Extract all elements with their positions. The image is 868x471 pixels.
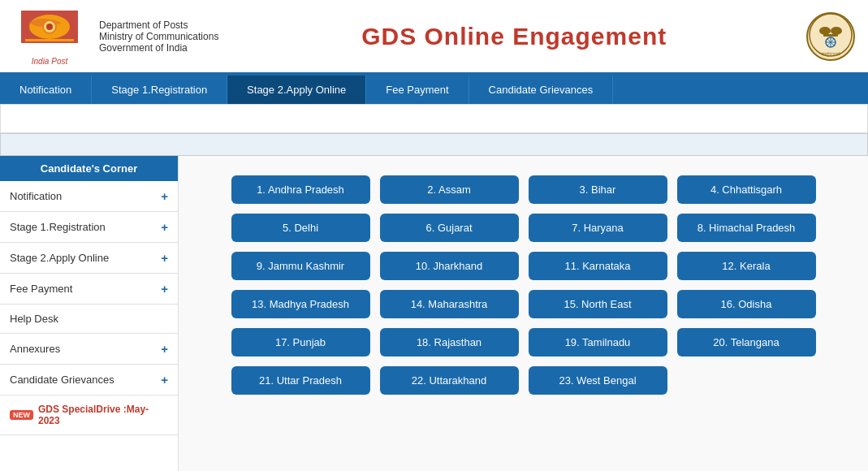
state-button-6[interactable]: 6. Gujarat <box>380 214 519 242</box>
sidebar-header: Candidate's Corner <box>0 156 178 181</box>
nav-grievances[interactable]: Candidate Grievances <box>469 76 614 104</box>
sidebar-item-fee[interactable]: Fee Payment + <box>0 274 178 305</box>
nav-stage1[interactable]: Stage 1.Registration <box>92 76 227 104</box>
special-drive-label: GDS SpecialDrive :May-2023 <box>38 404 168 426</box>
state-button-4[interactable]: 4. Chhattisgarh <box>677 175 816 204</box>
sidebar-item-helpdesk[interactable]: Help Desk <box>0 305 178 334</box>
page-header: India Post Department of Posts Ministry … <box>0 0 868 76</box>
svg-point-8 <box>831 27 842 35</box>
state-button-23[interactable]: 23. West Bengal <box>529 366 667 395</box>
main-content: 1. Andhra Pradesh2. Assam3. Bihar4. Chha… <box>179 156 868 471</box>
state-button-7[interactable]: 7. Haryana <box>529 214 667 242</box>
state-button-11[interactable]: 11. Karnataka <box>529 252 667 280</box>
svg-point-7 <box>819 27 831 35</box>
ashoka-icon: सत्यमेव जयते <box>809 13 853 57</box>
dept-line3: Government of India <box>99 42 218 54</box>
sidebar-item-annexures[interactable]: Annexures + <box>0 334 178 365</box>
state-button-22[interactable]: 22. Uttarakhand <box>380 366 519 395</box>
post-logo-icon <box>17 6 82 55</box>
sidebar-item-notification[interactable]: Notification + <box>0 181 178 212</box>
svg-point-4 <box>46 24 53 30</box>
subheader-bar2 <box>0 133 868 156</box>
state-button-15[interactable]: 15. North East <box>529 290 667 318</box>
state-button-1[interactable]: 1. Andhra Pradesh <box>231 175 370 204</box>
subheader-bar <box>0 104 868 133</box>
main-navbar: Notification Stage 1.Registration Stage … <box>0 76 868 104</box>
nav-fee[interactable]: Fee Payment <box>366 76 469 104</box>
nav-stage2[interactable]: Stage 2.Apply Online <box>227 76 366 104</box>
plus-icon: + <box>161 220 168 234</box>
state-button-14[interactable]: 14. Maharashtra <box>380 290 519 318</box>
sidebar: Candidate's Corner Notification + Stage … <box>0 156 179 471</box>
nav-notification[interactable]: Notification <box>0 76 92 104</box>
state-button-9[interactable]: 9. Jammu Kashmir <box>231 252 370 280</box>
plus-icon: + <box>161 342 168 356</box>
state-button-5[interactable]: 5. Delhi <box>231 214 370 242</box>
state-button-10[interactable]: 10. Jharkhand <box>380 252 519 280</box>
states-grid: 1. Andhra Pradesh2. Assam3. Bihar4. Chha… <box>231 175 816 395</box>
sidebar-item-stage1[interactable]: Stage 1.Registration + <box>0 212 178 243</box>
page-title: GDS Online Engagement <box>361 23 667 50</box>
state-button-8[interactable]: 8. Himachal Pradesh <box>677 214 816 242</box>
state-button-18[interactable]: 18. Rajasthan <box>380 328 519 356</box>
plus-icon: + <box>161 282 168 296</box>
dept-line1: Department of Posts <box>99 19 218 31</box>
india-post-logo: India Post <box>13 6 86 66</box>
state-button-17[interactable]: 17. Punjab <box>231 328 370 356</box>
svg-text:सत्यमेव जयते: सत्यमेव जयते <box>820 51 840 56</box>
state-button-21[interactable]: 21. Uttar Pradesh <box>231 366 370 395</box>
svg-rect-5 <box>25 39 74 41</box>
dept-line2: Ministry of Communications <box>99 31 218 42</box>
plus-icon: + <box>161 373 168 387</box>
state-button-2[interactable]: 2. Assam <box>380 175 519 204</box>
sidebar-item-grievances[interactable]: Candidate Grievances + <box>0 365 178 395</box>
plus-icon: + <box>161 251 168 265</box>
state-button-19[interactable]: 19. Tamilnadu <box>529 328 667 356</box>
state-button-3[interactable]: 3. Bihar <box>529 175 667 204</box>
sidebar-item-special-drive[interactable]: NEW GDS SpecialDrive :May-2023 <box>0 395 178 435</box>
india-post-label: India Post <box>32 57 67 66</box>
state-button-12[interactable]: 12. Kerala <box>677 252 816 280</box>
sidebar-item-stage2[interactable]: Stage 2.Apply Online + <box>0 243 178 274</box>
state-button-16[interactable]: 16. Odisha <box>677 290 816 318</box>
dept-info: Department of Posts Ministry of Communic… <box>99 19 218 54</box>
new-badge: NEW <box>10 410 33 420</box>
ashoka-emblem: सत्यमेव जयते <box>806 12 855 61</box>
svg-rect-9 <box>823 34 838 37</box>
plus-icon: + <box>161 189 168 203</box>
state-button-20[interactable]: 20. Telangana <box>677 328 816 356</box>
main-layout: Candidate's Corner Notification + Stage … <box>0 156 868 471</box>
state-button-13[interactable]: 13. Madhya Pradesh <box>231 290 370 318</box>
